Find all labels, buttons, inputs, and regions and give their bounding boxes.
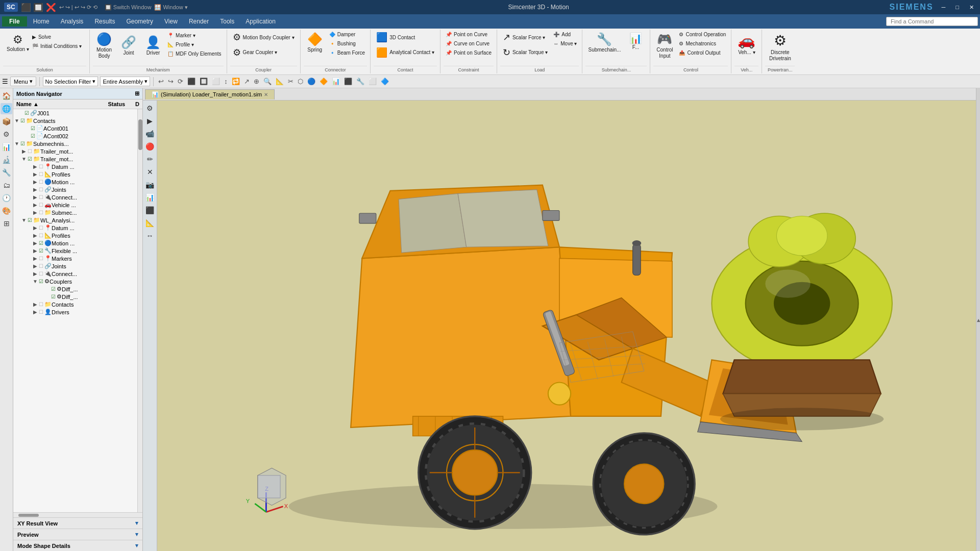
undo-redo[interactable]: ↩ ↪ | ↩ ↪ ⟳ ⟲: [59, 4, 97, 11]
vehicle-button[interactable]: 🚗 Veh... ▾: [735, 31, 758, 57]
toolbar-icon-10[interactable]: ⊕: [252, 77, 261, 86]
tree-item-diff1[interactable]: ☑ ⚙ Diff_...: [13, 285, 137, 293]
solution-button[interactable]: ⚙ Solution ▾ ▶ Solve 🏁 Initial Condition…: [3, 31, 86, 55]
sidebar-icon-layers[interactable]: 🗂: [2, 180, 12, 191]
sidebar-icon-tools[interactable]: 🔧: [1, 167, 12, 178]
switch-window[interactable]: 🔲 Switch Window: [105, 4, 152, 11]
tree-item-joints2[interactable]: ▶ ☐ 🔗 Joints: [13, 262, 137, 270]
nav-scrollbar[interactable]: [137, 109, 142, 512]
record-btn[interactable]: 📹: [144, 128, 156, 139]
tree-item-trailer-mot1[interactable]: ▶ ☐ 📁 Trailer_mot...: [13, 147, 137, 155]
toolbar-icon-19[interactable]: 🔧: [355, 77, 366, 86]
solution-btn[interactable]: ⚙ Solution ▾: [6, 32, 30, 54]
toolbar-icon-17[interactable]: 📊: [330, 77, 341, 86]
control-output-button[interactable]: 📤 Control Output: [677, 49, 728, 57]
tree-item-markers[interactable]: ▶ ☐ 📍 Markers: [13, 255, 137, 262]
scope-select[interactable]: Entire Assembly ▾: [100, 77, 150, 86]
spring-button[interactable]: 🔶 Spring: [304, 31, 326, 55]
bushing-button[interactable]: 🔸 Bushing: [327, 40, 367, 48]
maximize-button[interactable]: □: [953, 4, 961, 10]
tree-item-trailer-mot2[interactable]: ▼ ☑ 📁 Trailer_mot...: [13, 155, 137, 163]
menu-home[interactable]: Home: [28, 16, 55, 27]
point-on-surface-button[interactable]: 📌 Point on Surface: [444, 49, 494, 57]
tree-item-profiles1[interactable]: ▶ ☐ 📐 Profiles: [13, 170, 137, 178]
toolbar-icon-5[interactable]: 🔲: [198, 77, 209, 86]
viewport-tab-close[interactable]: ✕: [264, 92, 268, 97]
toolbar-icon-12[interactable]: 📐: [274, 77, 285, 86]
profile-button[interactable]: 📐 Profile ▾: [165, 41, 223, 49]
tree-item-j001[interactable]: ☑ 🔗 J001: [13, 109, 137, 117]
3d-contact-button[interactable]: 🟦 3D Contact: [374, 31, 437, 45]
toolbar-icon-11[interactable]: 🔍: [262, 77, 273, 86]
play-btn[interactable]: ▶: [145, 115, 154, 127]
menu-tools[interactable]: Tools: [215, 16, 239, 27]
right-panel-toggle[interactable]: ◀: [976, 88, 980, 551]
settings-playback-btn[interactable]: ⚙: [145, 103, 155, 114]
tree-item-drivers[interactable]: ▶ ☐ 👤 Drivers: [13, 308, 137, 316]
nav-hscroll[interactable]: [13, 512, 142, 517]
tree-item-datum1[interactable]: ▶ ☐ 📍 Datum ...: [13, 163, 137, 170]
curve-on-curve-button[interactable]: 📌 Curve on Curve: [444, 40, 492, 48]
minimize-button[interactable]: ─: [940, 4, 948, 10]
close-button[interactable]: ✕: [967, 4, 976, 11]
stop-btn[interactable]: 🔴: [144, 141, 156, 152]
filter-select[interactable]: No Selection Filter ▾: [43, 77, 99, 86]
menu-application[interactable]: Application: [240, 16, 281, 27]
nav-scrollbar-thumb[interactable]: [138, 119, 142, 150]
tree-item-submechanis[interactable]: ▼ ☑ 📁 Submechnis...: [13, 140, 137, 147]
mdf-button[interactable]: 📋 MDF Only Elements: [165, 50, 223, 58]
toolbar-icon-16[interactable]: 🔶: [318, 77, 329, 86]
sidebar-icon-assembly[interactable]: ⚙: [2, 129, 11, 140]
toolbar-icon-14[interactable]: ⬡: [296, 77, 305, 86]
xy-result-view-section[interactable]: XY Result View ▾: [13, 518, 142, 529]
driver-button[interactable]: 👤 Driver: [142, 31, 164, 61]
sidebar-icon-analysis[interactable]: 📊: [1, 141, 12, 153]
tree-item-motion1[interactable]: ▶ ☐ 🔵 Motion ...: [13, 178, 137, 186]
solve-button[interactable]: ▶ Solve: [30, 33, 84, 41]
tree-item-submec1[interactable]: ▶ ☐ 📁 Submec...: [13, 209, 137, 216]
ruler-btn[interactable]: 📐: [144, 217, 156, 229]
tree-item-wl-analysi[interactable]: ▼ ☑ 📁 WL_Analysi...: [13, 216, 137, 224]
analytical-contact-button[interactable]: 🟧 Analytical Contact ▾: [374, 46, 437, 60]
window-menu[interactable]: 🪟 Window ▾: [154, 4, 187, 11]
tree-item-vehicle[interactable]: ▶ ☐ 🚗 Vehicle ...: [13, 201, 137, 209]
sidebar-icon-home[interactable]: 🏠: [1, 90, 12, 102]
tree-item-acont002[interactable]: ☑ 📄 ACont002: [13, 132, 137, 140]
toolbar-icon-18[interactable]: ⬛: [342, 77, 354, 86]
toolbar-icon-15[interactable]: 🔵: [306, 77, 317, 86]
toolbar-icon-20[interactable]: ⬜: [367, 77, 378, 86]
toolbar-icon-4[interactable]: ⬛: [186, 77, 197, 86]
toolbar-icon-13[interactable]: ✂: [286, 77, 295, 86]
menu-analysis[interactable]: Analysis: [56, 16, 89, 27]
tree-item-acont001[interactable]: ☑ 📄 ACont001: [13, 124, 137, 132]
toolbar-icon-3[interactable]: ⟳: [176, 77, 185, 86]
motion-body-coupler-button[interactable]: ⚙ Motion Body Coupler ▾: [230, 31, 297, 45]
joint-button[interactable]: 🔗 Joint: [117, 31, 140, 61]
toolbar-icon-8[interactable]: 🔁: [230, 77, 241, 86]
f-button[interactable]: 📊 F...: [624, 31, 647, 52]
chart-btn[interactable]: 📊: [144, 192, 156, 203]
tree-item-motion2[interactable]: ▶ ☑ 🔵 Motion ...: [13, 239, 137, 247]
tree-item-contacts2[interactable]: ▶ ☐ 📁 Contacts: [13, 300, 137, 308]
toolbar-icon-9[interactable]: ↗: [242, 77, 251, 86]
move-tool-btn[interactable]: ↔: [145, 230, 155, 241]
gear-coupler-button[interactable]: ⚙ Gear Coupler ▾: [230, 46, 297, 60]
submech-button[interactable]: 🔧 Submechain...: [585, 31, 623, 55]
sidebar-icon-grid[interactable]: ⊞: [2, 218, 11, 229]
add-button[interactable]: ➕ Add: [551, 31, 579, 39]
tree-item-profiles2[interactable]: ▶ ☐ 📐 Profiles: [13, 232, 137, 239]
sidebar-icon-simulation[interactable]: 🔬: [1, 154, 12, 165]
tree-item-joints1[interactable]: ▶ ☐ 🔗 Joints: [13, 186, 137, 193]
menu-button[interactable]: Menu ▾: [10, 77, 36, 86]
sidebar-icon-clock[interactable]: 🕐: [1, 192, 12, 204]
expand-icon[interactable]: ☰: [2, 78, 8, 85]
scalar-force-button[interactable]: ↗ Scalar Force ▾: [500, 31, 550, 45]
sidebar-icon-palette[interactable]: 🎨: [1, 205, 12, 216]
mechatronics-button[interactable]: ⚙ Mechatronics: [677, 40, 728, 48]
damper-button[interactable]: 🔷 Damper: [327, 31, 367, 39]
find-command-input[interactable]: [886, 17, 978, 26]
toolbar-icon-21[interactable]: 🔷: [379, 77, 390, 86]
sidebar-icon-parts[interactable]: 📦: [1, 116, 12, 127]
menu-render[interactable]: Render: [184, 16, 214, 27]
discrete-drivetrain-button[interactable]: ⚙ DiscreteDrivetrain: [767, 31, 794, 63]
